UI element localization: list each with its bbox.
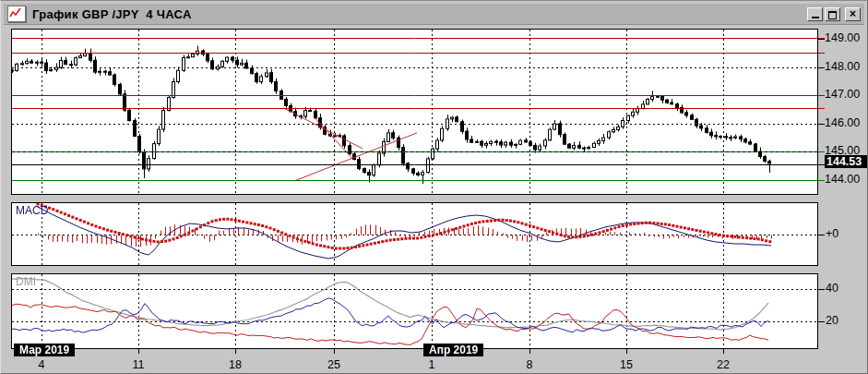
- macd-panel: MACD: [11, 202, 818, 266]
- x-axis-day-label: 8: [527, 358, 533, 371]
- macd-label: MACD: [16, 204, 48, 217]
- close-button[interactable]: ×: [845, 7, 861, 21]
- axis-tick: [818, 39, 825, 40]
- dmi-label: DMI: [16, 275, 36, 288]
- x-axis-tick: [138, 349, 139, 354]
- maximize-button[interactable]: [825, 7, 840, 21]
- month-box-april: Апр 2019: [423, 344, 483, 356]
- x-axis-day-label: 22: [717, 358, 730, 371]
- month-box-march: Мар 2019: [14, 344, 75, 356]
- x-axis-tick: [529, 349, 530, 354]
- dmi-panel: DMI: [11, 273, 818, 349]
- minimize-button[interactable]: [807, 7, 823, 21]
- window-title: График GBP /JPY 4 ЧАСА: [32, 7, 192, 21]
- x-axis-day-label: 4: [39, 358, 45, 371]
- x-axis-day-label: 11: [133, 358, 145, 371]
- x-axis-day-label: 15: [620, 358, 633, 371]
- price-axis-label: 147.00: [825, 88, 868, 102]
- chart-icon: [7, 6, 26, 22]
- axis-tick: [818, 151, 825, 152]
- axis-tick: [818, 180, 825, 181]
- dmi-level-20-label: 20: [826, 314, 838, 328]
- price-axis-label: 146.00: [825, 116, 868, 130]
- close-icon: ×: [846, 7, 860, 21]
- x-axis-tick: [723, 349, 724, 354]
- x-axis-tick: [235, 349, 236, 354]
- price-axis-label: 144.00: [825, 173, 868, 187]
- maximize-icon: [828, 11, 837, 19]
- macd-zero-label: +0: [826, 227, 838, 241]
- axis-tick: [818, 108, 825, 109]
- title-bar[interactable]: График GBP /JPY 4 ЧАСА ×: [4, 4, 864, 25]
- axis-tick: [818, 124, 825, 125]
- chart-window: График GBP /JPY 4 ЧАСА × MACD DMI 149.00…: [0, 0, 868, 374]
- axis-tick: [818, 95, 825, 96]
- axis-tick: [818, 321, 825, 322]
- window-controls: ×: [807, 7, 861, 21]
- macd-canvas[interactable]: [12, 203, 817, 265]
- x-axis-day-label: 18: [229, 358, 242, 371]
- axis-tick: [818, 53, 825, 54]
- x-axis-day-label: 25: [327, 358, 340, 371]
- price-axis-label: 148.00: [825, 60, 868, 74]
- dmi-level-40-label: 40: [826, 282, 838, 296]
- last-price-box: 144.53: [825, 155, 868, 168]
- price-axis-label: 149.00: [825, 31, 868, 45]
- dmi-canvas[interactable]: [12, 274, 817, 348]
- price-chart-panel: [11, 29, 818, 195]
- axis-tick: [818, 38, 825, 39]
- candlestick-canvas[interactable]: [12, 30, 817, 194]
- x-axis-tick: [334, 349, 335, 354]
- axis-tick: [818, 235, 825, 235]
- x-axis-tick: [626, 349, 627, 354]
- x-axis-day-label: 1: [429, 358, 435, 371]
- minimize-icon: [812, 17, 819, 18]
- axis-tick: [818, 289, 825, 290]
- axis-tick: [818, 164, 825, 165]
- axis-tick: [818, 67, 825, 68]
